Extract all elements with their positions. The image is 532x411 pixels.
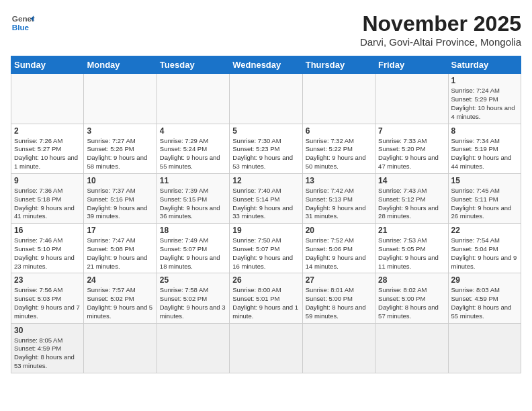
weekday-header-friday: Friday xyxy=(375,56,448,74)
calendar-cell: 11Sunrise: 7:39 AM Sunset: 5:15 PM Dayli… xyxy=(157,173,229,223)
day-number: 6 xyxy=(306,126,372,136)
calendar-cell: 18Sunrise: 7:49 AM Sunset: 5:07 PM Dayli… xyxy=(157,224,229,273)
calendar-cell xyxy=(11,74,84,124)
day-info: Sunrise: 7:57 AM Sunset: 5:02 PM Dayligh… xyxy=(87,286,153,320)
day-number: 27 xyxy=(306,275,372,285)
calendar-cell: 24Sunrise: 7:57 AM Sunset: 5:02 PM Dayli… xyxy=(84,273,157,323)
day-info: Sunrise: 7:43 AM Sunset: 5:12 PM Dayligh… xyxy=(378,187,445,221)
calendar-cell xyxy=(448,323,521,373)
day-number: 8 xyxy=(451,126,518,136)
day-number: 30 xyxy=(14,326,81,335)
calendar-cell: 27Sunrise: 8:01 AM Sunset: 5:00 PM Dayli… xyxy=(302,273,375,323)
day-number: 25 xyxy=(160,275,226,285)
calendar-cell: 28Sunrise: 8:02 AM Sunset: 5:00 PM Dayli… xyxy=(375,273,448,323)
calendar-cell: 22Sunrise: 7:54 AM Sunset: 5:04 PM Dayli… xyxy=(448,224,521,273)
calendar-cell xyxy=(302,323,375,373)
title-block: November 2025 Darvi, Govi-Altai Province… xyxy=(360,11,521,48)
calendar-cell xyxy=(157,74,229,124)
location-title: Darvi, Govi-Altai Province, Mongolia xyxy=(360,36,521,48)
day-number: 11 xyxy=(160,176,226,185)
day-info: Sunrise: 7:34 AM Sunset: 5:19 PM Dayligh… xyxy=(451,137,518,171)
calendar-table: SundayMondayTuesdayWednesdayThursdayFrid… xyxy=(11,56,521,373)
calendar-cell: 21Sunrise: 7:53 AM Sunset: 5:05 PM Dayli… xyxy=(375,224,448,273)
day-info: Sunrise: 7:39 AM Sunset: 5:15 PM Dayligh… xyxy=(160,187,226,221)
day-info: Sunrise: 7:36 AM Sunset: 5:18 PM Dayligh… xyxy=(14,187,81,221)
month-title: November 2025 xyxy=(360,11,521,36)
day-info: Sunrise: 7:49 AM Sunset: 5:07 PM Dayligh… xyxy=(160,236,226,271)
day-info: Sunrise: 7:42 AM Sunset: 5:13 PM Dayligh… xyxy=(306,187,372,221)
weekday-header-sunday: Sunday xyxy=(11,56,84,74)
day-number: 29 xyxy=(451,275,518,285)
day-info: Sunrise: 7:37 AM Sunset: 5:16 PM Dayligh… xyxy=(87,187,153,221)
calendar-cell: 6Sunrise: 7:32 AM Sunset: 5:22 PM Daylig… xyxy=(302,124,375,173)
calendar-cell: 23Sunrise: 7:56 AM Sunset: 5:03 PM Dayli… xyxy=(11,273,84,323)
day-number: 10 xyxy=(87,176,153,185)
weekday-header-tuesday: Tuesday xyxy=(157,56,229,74)
day-info: Sunrise: 7:53 AM Sunset: 5:05 PM Dayligh… xyxy=(378,236,445,271)
calendar-cell: 12Sunrise: 7:40 AM Sunset: 5:14 PM Dayli… xyxy=(230,173,302,223)
calendar-cell: 14Sunrise: 7:43 AM Sunset: 5:12 PM Dayli… xyxy=(375,173,448,223)
day-number: 16 xyxy=(14,226,81,235)
day-info: Sunrise: 8:05 AM Sunset: 4:59 PM Dayligh… xyxy=(14,336,81,371)
calendar-cell: 4Sunrise: 7:29 AM Sunset: 5:24 PM Daylig… xyxy=(157,124,229,173)
generalblue-logo-icon: General Blue xyxy=(11,11,35,35)
day-number: 5 xyxy=(232,126,299,136)
day-info: Sunrise: 7:30 AM Sunset: 5:23 PM Dayligh… xyxy=(232,137,299,171)
calendar-cell xyxy=(375,74,448,124)
calendar-week-row: 23Sunrise: 7:56 AM Sunset: 5:03 PM Dayli… xyxy=(11,273,521,323)
calendar-week-row: 2Sunrise: 7:26 AM Sunset: 5:27 PM Daylig… xyxy=(11,124,521,173)
page-header: General Blue November 2025 Darvi, Govi-A… xyxy=(11,11,521,48)
day-number: 24 xyxy=(87,275,153,285)
weekday-header-saturday: Saturday xyxy=(448,56,521,74)
day-number: 3 xyxy=(87,126,153,136)
calendar-cell: 2Sunrise: 7:26 AM Sunset: 5:27 PM Daylig… xyxy=(11,124,84,173)
day-info: Sunrise: 7:32 AM Sunset: 5:22 PM Dayligh… xyxy=(306,137,372,171)
svg-text:Blue: Blue xyxy=(12,23,30,32)
day-info: Sunrise: 7:29 AM Sunset: 5:24 PM Dayligh… xyxy=(160,137,226,171)
day-number: 20 xyxy=(306,226,372,235)
day-number: 28 xyxy=(378,275,445,285)
day-info: Sunrise: 7:56 AM Sunset: 5:03 PM Dayligh… xyxy=(14,286,81,320)
day-number: 13 xyxy=(306,176,372,185)
calendar-cell: 15Sunrise: 7:45 AM Sunset: 5:11 PM Dayli… xyxy=(448,173,521,223)
day-number: 15 xyxy=(451,176,518,185)
calendar-week-row: 30Sunrise: 8:05 AM Sunset: 4:59 PM Dayli… xyxy=(11,323,521,373)
calendar-cell: 10Sunrise: 7:37 AM Sunset: 5:16 PM Dayli… xyxy=(84,173,157,223)
calendar-cell: 16Sunrise: 7:46 AM Sunset: 5:10 PM Dayli… xyxy=(11,224,84,273)
calendar-cell: 19Sunrise: 7:50 AM Sunset: 5:07 PM Dayli… xyxy=(230,224,302,273)
day-number: 18 xyxy=(160,226,226,235)
calendar-cell xyxy=(230,323,302,373)
calendar-header-row: SundayMondayTuesdayWednesdayThursdayFrid… xyxy=(11,56,521,74)
day-number: 19 xyxy=(232,226,299,235)
calendar-cell xyxy=(84,323,157,373)
calendar-cell: 8Sunrise: 7:34 AM Sunset: 5:19 PM Daylig… xyxy=(448,124,521,173)
day-number: 7 xyxy=(378,126,445,136)
day-info: Sunrise: 7:54 AM Sunset: 5:04 PM Dayligh… xyxy=(451,236,518,271)
day-info: Sunrise: 8:00 AM Sunset: 5:01 PM Dayligh… xyxy=(232,286,299,320)
calendar-cell xyxy=(375,323,448,373)
calendar-week-row: 16Sunrise: 7:46 AM Sunset: 5:10 PM Dayli… xyxy=(11,224,521,273)
calendar-cell: 26Sunrise: 8:00 AM Sunset: 5:01 PM Dayli… xyxy=(230,273,302,323)
calendar-cell: 3Sunrise: 7:27 AM Sunset: 5:26 PM Daylig… xyxy=(84,124,157,173)
calendar-cell: 25Sunrise: 7:58 AM Sunset: 5:02 PM Dayli… xyxy=(157,273,229,323)
weekday-header-monday: Monday xyxy=(84,56,157,74)
calendar-cell: 13Sunrise: 7:42 AM Sunset: 5:13 PM Dayli… xyxy=(302,173,375,223)
day-info: Sunrise: 7:26 AM Sunset: 5:27 PM Dayligh… xyxy=(14,137,81,171)
day-info: Sunrise: 8:03 AM Sunset: 4:59 PM Dayligh… xyxy=(451,286,518,320)
day-info: Sunrise: 7:24 AM Sunset: 5:29 PM Dayligh… xyxy=(451,87,518,121)
day-info: Sunrise: 7:50 AM Sunset: 5:07 PM Dayligh… xyxy=(232,236,299,271)
calendar-cell: 7Sunrise: 7:33 AM Sunset: 5:20 PM Daylig… xyxy=(375,124,448,173)
calendar-cell xyxy=(230,74,302,124)
day-number: 9 xyxy=(14,176,81,185)
weekday-header-wednesday: Wednesday xyxy=(230,56,302,74)
calendar-cell: 5Sunrise: 7:30 AM Sunset: 5:23 PM Daylig… xyxy=(230,124,302,173)
day-info: Sunrise: 7:40 AM Sunset: 5:14 PM Dayligh… xyxy=(232,187,299,221)
day-info: Sunrise: 7:52 AM Sunset: 5:06 PM Dayligh… xyxy=(306,236,372,271)
day-number: 23 xyxy=(14,275,81,285)
calendar-cell: 1Sunrise: 7:24 AM Sunset: 5:29 PM Daylig… xyxy=(448,74,521,124)
day-info: Sunrise: 7:47 AM Sunset: 5:08 PM Dayligh… xyxy=(87,236,153,271)
day-number: 2 xyxy=(14,126,81,136)
calendar-cell: 9Sunrise: 7:36 AM Sunset: 5:18 PM Daylig… xyxy=(11,173,84,223)
day-info: Sunrise: 7:27 AM Sunset: 5:26 PM Dayligh… xyxy=(87,137,153,171)
day-number: 14 xyxy=(378,176,445,185)
